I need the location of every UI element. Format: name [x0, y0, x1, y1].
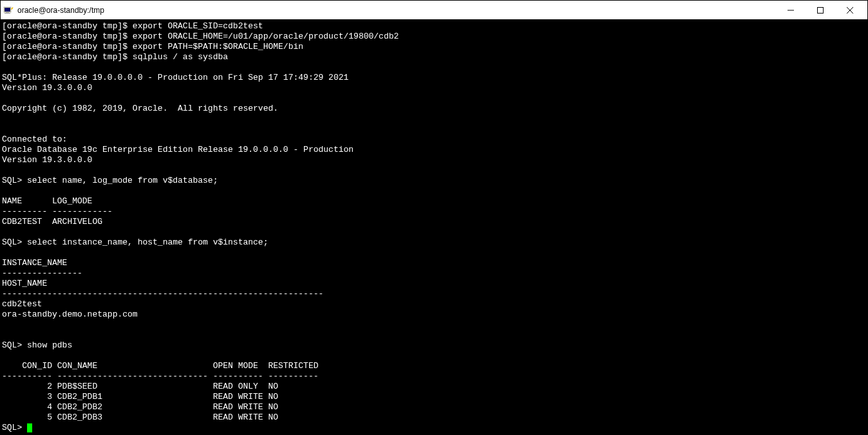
- svg-rect-1: [5, 8, 10, 12]
- terminal-output: [oracle@ora-standby tmp]$ export ORACLE_…: [2, 21, 399, 422]
- titlebar: oracle@ora-standby:/tmp: [1, 1, 867, 20]
- terminal-content[interactable]: [oracle@ora-standby tmp]$ export ORACLE_…: [1, 20, 867, 434]
- svg-rect-2: [6, 12, 9, 13]
- maximize-button[interactable]: [806, 1, 835, 19]
- window-controls: [776, 1, 865, 19]
- terminal-window: oracle@ora-standby:/tmp [oracle@ora-stan…: [0, 0, 868, 435]
- minimize-button[interactable]: [776, 1, 806, 19]
- window-title: oracle@ora-standby:/tmp: [17, 6, 776, 15]
- cursor: [27, 423, 32, 432]
- sql-prompt: SQL>: [2, 423, 27, 432]
- putty-icon: [3, 5, 14, 15]
- svg-rect-3: [5, 13, 10, 14]
- close-button[interactable]: [835, 1, 865, 19]
- svg-rect-5: [818, 7, 824, 13]
